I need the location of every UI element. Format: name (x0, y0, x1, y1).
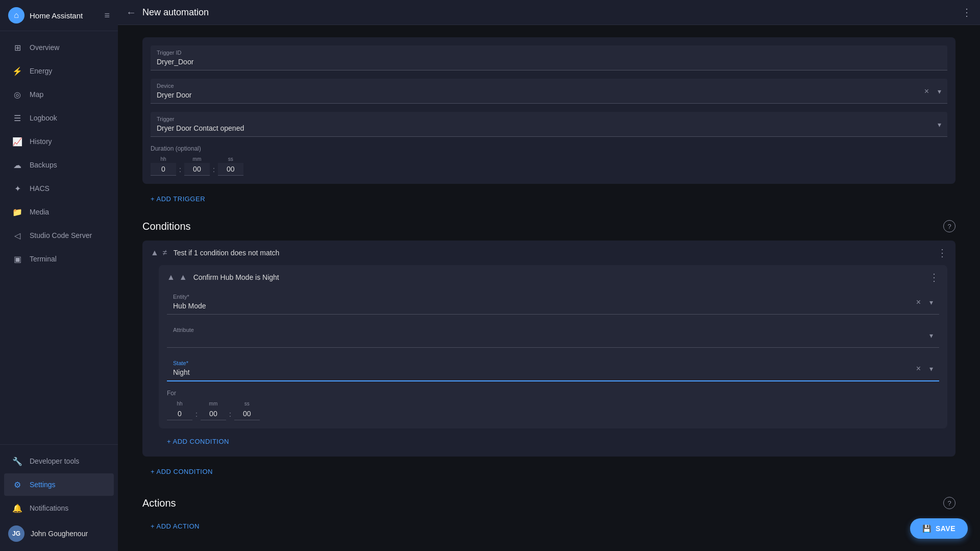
add-action-button[interactable]: + ADD ACTION (142, 517, 208, 535)
menu-icon[interactable]: ≡ (104, 10, 110, 21)
sidebar-nav: ⊞ Overview ⚡ Energy ◎ Map ☰ Logbook 📈 Hi… (0, 31, 118, 444)
duration-mm-label: mm (193, 156, 202, 162)
attribute-select[interactable] (167, 323, 939, 348)
for-mm-input[interactable] (201, 408, 226, 420)
outer-condition-name: Test if 1 condition does not match (174, 249, 937, 257)
entity-field: Entity* Hub Mode × ▾ (167, 290, 939, 315)
device-field: Device Dryer Door × ▾ (151, 79, 947, 104)
sidebar-item-studio-code-server[interactable]: ◁ Studio Code Server (4, 224, 114, 247)
for-ss-field: ss (234, 401, 260, 420)
back-button[interactable]: ← (126, 7, 136, 18)
for-sep-2: : (228, 410, 232, 418)
save-icon: 💾 (922, 524, 932, 533)
page-title: New automation (142, 7, 962, 18)
add-condition-inner-button[interactable]: + ADD CONDITION (159, 433, 237, 450)
sidebar-item-hacs[interactable]: ✦ HACS (4, 177, 114, 200)
duration-sep-1: : (178, 165, 182, 174)
duration-hh-label: hh (160, 156, 166, 162)
trigger-field: Trigger Dryer Door Contact opened ▾ (151, 112, 947, 137)
backups-icon: ☁ (12, 160, 22, 170)
for-mm-field: mm (201, 401, 226, 420)
save-label: SAVE (936, 524, 955, 533)
outer-condition-more-icon[interactable]: ⋮ (937, 247, 947, 259)
sidebar-item-history[interactable]: 📈 History (4, 130, 114, 153)
duration-ss-input[interactable] (218, 163, 243, 176)
state-field: State* Night × ▾ (167, 356, 939, 381)
duration-hh-field: hh (151, 156, 176, 176)
energy-icon: ⚡ (12, 66, 22, 76)
entity-clear-icon[interactable]: × (916, 298, 921, 307)
entity-field-wrapper: 1 Entity* Hub Mode × (167, 290, 939, 315)
sidebar-item-notifications[interactable]: 🔔 Notifications (4, 497, 114, 519)
media-icon: 📁 (12, 207, 22, 217)
user-name: John Goughenour (31, 530, 88, 538)
duration-hh-input[interactable] (151, 163, 176, 176)
outer-type-icon: ≠ (163, 248, 167, 257)
sidebar-item-backups[interactable]: ☁ Backups (4, 154, 114, 176)
sidebar-item-label: Energy (30, 67, 52, 75)
sidebar: ⌂ Home Assistant ≡ ⊞ Overview ⚡ Energy ◎… (0, 0, 118, 551)
inner-condition-name: Confirm Hub Mode is Night (193, 273, 929, 281)
outer-condition-row[interactable]: ▲ ≠ Test if 1 condition does not match ⋮ (142, 241, 955, 265)
overview-icon: ⊞ (12, 42, 22, 53)
duration-mm-field: mm (184, 156, 210, 176)
add-condition-outer-button[interactable]: + ADD CONDITION (142, 463, 221, 481)
duration-sep-2: : (212, 165, 216, 174)
actions-help-icon[interactable]: ? (943, 497, 955, 509)
for-duration-label: For (167, 390, 939, 397)
attribute-field: Attribute ▾ (167, 323, 939, 348)
conditions-help-icon[interactable]: ? (943, 220, 955, 232)
app-name: Home Assistant (30, 11, 83, 20)
trigger-id-input[interactable] (151, 45, 947, 70)
sidebar-item-label: Studio Code Server (30, 231, 92, 239)
outer-expand-icon[interactable]: ▲ (151, 248, 159, 257)
sidebar-item-settings[interactable]: ⚙ Settings (4, 473, 114, 496)
inner-condition-more-icon[interactable]: ⋮ (929, 271, 939, 283)
sidebar-item-label: Developer tools (30, 457, 79, 465)
conditions-section: Conditions ? ▲ ≠ Test if 1 condition doe… (142, 220, 955, 481)
save-button[interactable]: 💾 SAVE (910, 518, 968, 539)
state-field-wrapper: 2 State* Night × ▾ (167, 356, 939, 381)
entity-select[interactable]: Hub Mode (167, 290, 939, 315)
sidebar-item-map[interactable]: ◎ Map (4, 83, 114, 106)
sidebar-item-terminal[interactable]: ▣ Terminal (4, 248, 114, 270)
sidebar-item-label: Notifications (30, 504, 68, 512)
sidebar-item-developer-tools[interactable]: 🔧 Developer tools (4, 450, 114, 472)
sidebar-item-label: Logbook (30, 114, 57, 122)
developer-tools-icon: 🔧 (12, 456, 22, 466)
sidebar-item-label: HACS (30, 184, 50, 193)
for-ss-label: ss (244, 401, 250, 406)
inner-condition-row[interactable]: ▲ ▲ Confirm Hub Mode is Night ⋮ (159, 265, 947, 290)
duration-mm-input[interactable] (184, 163, 210, 176)
actions-header: Actions ? (142, 497, 955, 509)
add-action-wrapper: 3 + ADD ACTION (142, 517, 955, 535)
sidebar-item-energy[interactable]: ⚡ Energy (4, 60, 114, 82)
inner-type-icon: ▲ (179, 273, 187, 282)
inner-expand-icon[interactable]: ▲ (167, 273, 175, 282)
more-menu-icon[interactable]: ⋮ (962, 6, 972, 18)
trigger-id-field: Trigger ID (151, 45, 947, 70)
studio-code-icon: ◁ (12, 230, 22, 241)
map-icon: ◎ (12, 89, 22, 100)
add-trigger-button[interactable]: + ADD TRIGGER (142, 190, 213, 208)
sidebar-item-label: Media (30, 208, 49, 216)
sidebar-item-logbook[interactable]: ☰ Logbook (4, 107, 114, 129)
topbar: ← New automation ⋮ (118, 0, 980, 25)
device-clear-icon[interactable]: × (924, 87, 929, 96)
sidebar-item-media[interactable]: 📁 Media (4, 201, 114, 223)
trigger-select[interactable]: Dryer Door Contact opened (151, 112, 947, 137)
duration-label: Duration (optional) (151, 145, 947, 152)
for-hh-input[interactable] (167, 408, 192, 420)
sidebar-item-overview[interactable]: ⊞ Overview (4, 36, 114, 59)
state-select[interactable]: Night (167, 356, 939, 381)
device-select[interactable]: Dryer Door (151, 79, 947, 104)
state-clear-icon[interactable]: × (916, 364, 921, 373)
user-profile[interactable]: JG John Goughenour (0, 520, 118, 547)
for-ss-input[interactable] (234, 408, 260, 420)
for-duration-group: For hh : mm (167, 390, 939, 420)
history-icon: 📈 (12, 136, 22, 147)
sidebar-item-label: Backups (30, 161, 57, 169)
sidebar-item-label: History (30, 137, 52, 146)
logbook-icon: ☰ (12, 113, 22, 123)
sidebar-bottom: 🔧 Developer tools ⚙ Settings 🔔 Notificat… (0, 444, 118, 551)
